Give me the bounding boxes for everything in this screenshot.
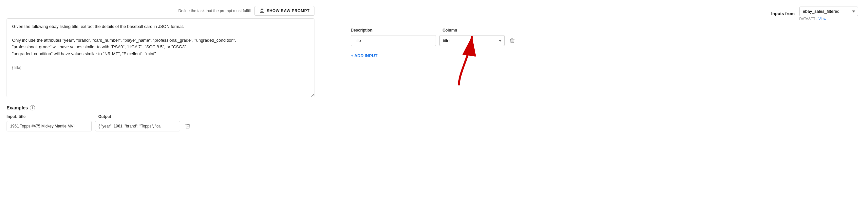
- examples-col-input-label: Input: title: [6, 114, 92, 119]
- example-delete-button[interactable]: [183, 122, 192, 130]
- examples-col-output-label: Output: [98, 114, 183, 119]
- svg-point-1: [261, 11, 262, 11]
- page-container: Define the task that the prompt must ful…: [0, 0, 868, 205]
- examples-heading: Examples: [6, 105, 28, 110]
- inputs-col-desc-label: Description: [351, 28, 436, 32]
- inputs-from-row: Inputs from ebay_sales_filtered DATASET …: [351, 6, 858, 21]
- robot-icon: [259, 8, 265, 14]
- examples-title: Examples i: [6, 105, 314, 110]
- examples-table-header: Input: title Output: [6, 114, 314, 119]
- left-panel: Define the task that the prompt must ful…: [0, 0, 321, 205]
- prompt-header-label: Define the task that the prompt must ful…: [178, 8, 251, 13]
- examples-section: Examples i Input: title Output 1961 Topp…: [6, 105, 314, 131]
- add-input-button[interactable]: + ADD INPUT: [351, 52, 858, 59]
- dataset-sub: DATASET - View: [799, 17, 826, 21]
- example-input-cell: 1961 Topps #475 Mickey Mantle MVI: [6, 121, 92, 131]
- input-delete-button[interactable]: [508, 36, 517, 45]
- svg-rect-0: [260, 10, 264, 12]
- right-panel: Inputs from ebay_sales_filtered DATASET …: [341, 0, 868, 205]
- prompt-textarea[interactable]: [6, 18, 314, 97]
- svg-point-2: [262, 11, 263, 11]
- trash-icon: [185, 123, 191, 129]
- example-row: 1961 Topps #475 Mickey Mantle MVI { "yea…: [6, 121, 314, 131]
- show-raw-prompt-button[interactable]: SHOW RAW PROMPT: [254, 6, 314, 16]
- input-row: title id price seller condition: [351, 35, 858, 46]
- examples-info-icon[interactable]: i: [30, 105, 35, 110]
- inputs-from-label: Inputs from: [771, 11, 795, 16]
- dataset-select-wrapper: ebay_sales_filtered DATASET - View: [799, 6, 858, 21]
- inputs-col-col-label: Column: [442, 28, 508, 32]
- dataset-view-link[interactable]: View: [818, 17, 827, 21]
- inputs-header: Description Column: [351, 28, 858, 32]
- dataset-select[interactable]: ebay_sales_filtered: [799, 6, 858, 16]
- input-description-field[interactable]: [351, 35, 436, 46]
- input-column-select[interactable]: title id price seller condition: [439, 35, 505, 46]
- input-trash-icon: [509, 38, 515, 44]
- show-raw-btn-label: SHOW RAW PROMPT: [267, 8, 310, 13]
- example-output-cell: { "year": 1961, "brand": "Topps", "ca: [95, 121, 180, 131]
- prompt-header: Define the task that the prompt must ful…: [6, 6, 314, 16]
- panel-divider: [331, 0, 331, 205]
